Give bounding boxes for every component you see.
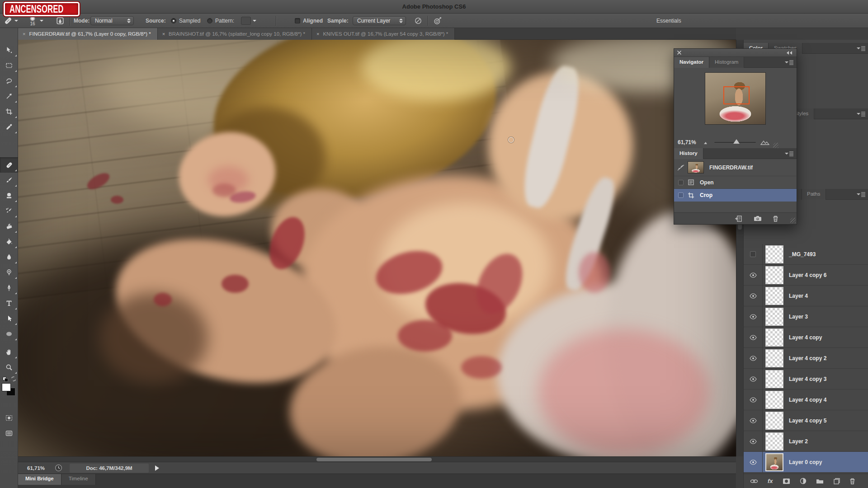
path-selection-tool[interactable] [0,311,18,326]
document-tab-knivesout[interactable]: × KNIVES OUT.tif @ 16,7% (Layer 54 copy … [312,28,455,40]
delete-state-trash-icon[interactable] [773,216,778,222]
layer-row[interactable]: Layer 4 copy 5 [744,410,868,431]
visibility-toggle[interactable] [744,369,763,389]
panel-menu-icon[interactable] [857,192,866,197]
new-group-icon[interactable] [816,478,824,484]
layer-thumbnail[interactable] [765,308,783,326]
delete-layer-icon[interactable] [849,478,855,484]
eyedropper-tool[interactable] [0,119,18,135]
shape-tool[interactable] [0,326,18,342]
screen-mode-button[interactable] [0,426,18,441]
zoom-in-icon[interactable] [760,140,769,145]
history-brush-tool[interactable] [0,203,18,219]
doc-size-info[interactable]: Doc: 46,7M/342,9M [70,464,149,473]
brush-tool[interactable] [0,173,18,188]
layer-row[interactable]: Layer 4 copy 4 [744,389,868,410]
layer-thumbnail[interactable] [765,266,783,284]
dodge-tool[interactable] [0,265,18,280]
link-layers-icon[interactable] [750,479,758,484]
quick-mask-button[interactable] [0,410,18,426]
source-pattern-radio[interactable]: Pattern: [207,14,234,28]
visibility-toggle[interactable] [744,431,763,452]
magic-wand-tool[interactable] [0,89,18,104]
visibility-toggle[interactable] [744,286,763,306]
new-snapshot-camera-icon[interactable] [754,216,762,221]
layer-row[interactable]: Layer 4 copy 3 [744,369,868,389]
tab-navigator[interactable]: Navigator [674,57,709,68]
blur-tool[interactable] [0,249,18,265]
layer-row-selected[interactable]: Layer 0 copy [744,452,868,473]
paint-bucket-tool[interactable] [0,234,18,249]
document-tab-fingerdraw[interactable]: × FINGERDRAW.tif @ 61,7% (Layer 0 copy, … [18,28,158,40]
clone-stamp-tool[interactable] [0,188,18,203]
default-colors-icon[interactable] [3,377,8,381]
sample-dropdown[interactable]: Current Layer [353,14,406,28]
layer-thumbnail[interactable] [765,432,783,450]
layer-thumbnail[interactable] [765,370,783,388]
layer-thumbnail[interactable] [765,245,783,263]
type-tool[interactable] [0,296,18,311]
close-tab-icon[interactable]: × [316,31,319,37]
collapse-panel-icon[interactable] [786,51,793,55]
marquee-tool[interactable] [0,58,18,73]
panel-menu-icon[interactable] [785,60,794,65]
visibility-toggle[interactable] [744,452,763,473]
visibility-toggle[interactable] [744,265,763,286]
visibility-toggle[interactable] [744,348,763,369]
mode-dropdown[interactable]: Normal [90,14,134,28]
panel-menu-icon[interactable] [857,112,866,117]
panel-menu-icon[interactable] [785,151,794,156]
tab-paths[interactable]: Paths [802,189,826,200]
swap-colors-icon[interactable] [11,376,16,381]
eraser-tool[interactable] [0,219,18,234]
pen-tool[interactable] [0,280,18,296]
close-panel-icon[interactable] [677,50,682,55]
move-tool[interactable] [0,42,18,58]
history-source-well[interactable] [674,180,688,185]
source-sampled-radio[interactable]: Sampled [171,14,200,28]
resize-grip[interactable] [773,143,778,148]
canvas-image[interactable] [18,40,736,456]
history-step-open[interactable]: Open [674,176,797,189]
layer-thumbnail[interactable] [765,391,783,409]
layer-style-button[interactable]: fx [768,478,773,484]
layer-row[interactable]: Layer 2 [744,431,868,452]
navigator-zoom-slider[interactable] [714,142,756,143]
navigator-view-box[interactable] [723,86,750,104]
close-tab-icon[interactable]: × [23,31,25,37]
layer-row[interactable]: Layer 4 copy 6 [744,265,868,286]
layer-row[interactable]: _MG_7493 [744,244,868,265]
layer-row[interactable]: Layer 4 [744,286,868,306]
workspace-switcher[interactable]: Essentials [656,14,681,28]
layer-thumbnail[interactable] [765,328,783,347]
panel-menu-icon[interactable] [857,46,866,51]
resize-grip[interactable] [790,218,796,223]
new-layer-icon[interactable] [833,478,840,484]
visibility-toggle[interactable] [744,410,763,431]
tab-mini-bridge[interactable]: Mini Bridge [18,474,61,485]
crop-tool[interactable] [0,104,18,119]
hand-tool[interactable] [0,344,18,360]
ignore-adjustment-layers-button[interactable] [414,14,422,28]
lasso-tool[interactable] [0,73,18,89]
foreground-color-swatch[interactable] [2,383,11,391]
navigator-zoom-value[interactable]: 61,71% [678,139,696,145]
layer-thumbnail[interactable] [765,412,783,430]
spot-healing-brush-tool[interactable] [0,157,18,173]
document-tab-brainshot[interactable]: × BRAINSHOT.tif @ 16,7% (splatter_long c… [158,28,312,40]
history-step-crop[interactable]: Crop [674,189,797,202]
slider-thumb[interactable] [733,139,740,144]
layer-row[interactable]: Layer 4 copy [744,327,868,348]
history-snapshot-row[interactable]: FINGERDRAW.tif [674,159,797,176]
layer-thumbnail[interactable] [765,349,783,367]
adjustment-layer-icon[interactable] [800,478,807,484]
visibility-toggle[interactable] [744,244,763,265]
aligned-checkbox[interactable]: Aligned [295,14,323,28]
layer-thumbnail[interactable] [765,453,783,471]
scrollbar-thumb[interactable] [316,458,432,461]
close-tab-icon[interactable]: × [162,31,165,37]
tab-timeline[interactable]: Timeline [61,474,96,485]
history-source-well[interactable] [674,192,688,198]
tab-histogram[interactable]: Histogram [709,57,744,68]
visibility-toggle[interactable] [744,389,763,410]
